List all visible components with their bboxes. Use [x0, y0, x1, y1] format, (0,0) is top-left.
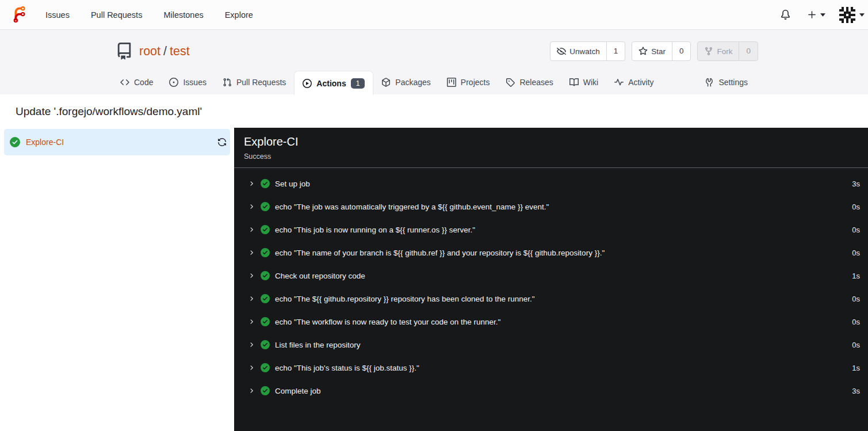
- fork-count: 0: [739, 42, 758, 60]
- top-navbar: Issues Pull Requests Milestones Explore: [0, 0, 868, 30]
- step-row[interactable]: echo "The ${{ github.repository }} repos…: [234, 287, 868, 310]
- check-circle-icon: [261, 248, 270, 257]
- run-area: Explore-CI Explore-CI Success Set up job…: [0, 128, 868, 431]
- step-name: echo "The ${{ github.repository }} repos…: [275, 295, 535, 303]
- run-title: Update '.forgejo/workflows/demo.yaml': [0, 94, 868, 128]
- forgejo-logo[interactable]: [10, 6, 28, 24]
- nav-item-explore[interactable]: Explore: [225, 10, 253, 20]
- nav-item-milestones[interactable]: Milestones: [163, 10, 203, 20]
- nav-item-pull-requests[interactable]: Pull Requests: [91, 10, 142, 20]
- step-name: Complete job: [275, 387, 321, 395]
- play-icon: [303, 79, 312, 88]
- chevron-right-icon: [248, 272, 255, 279]
- step-duration: 0s: [852, 226, 860, 234]
- step-row[interactable]: echo "This job is now running on a ${{ r…: [234, 218, 868, 241]
- step-name: Check out repository code: [275, 272, 365, 280]
- chevron-down-icon: [820, 13, 825, 17]
- notifications-bell-icon[interactable]: [781, 10, 790, 20]
- tab-pull-requests[interactable]: Pull Requests: [215, 70, 294, 94]
- book-icon: [569, 78, 579, 87]
- check-circle-icon: [261, 340, 270, 349]
- check-circle-icon: [261, 294, 270, 303]
- step-row[interactable]: Set up job 3s: [234, 172, 868, 195]
- nav-item-issues[interactable]: Issues: [45, 10, 70, 20]
- package-icon: [381, 78, 391, 87]
- step-name: echo "The job was automatically triggere…: [275, 203, 549, 211]
- chevron-right-icon: [248, 203, 255, 210]
- job-status: Success: [244, 152, 858, 161]
- unwatch-button[interactable]: Unwatch 1: [550, 41, 625, 61]
- pull-request-icon: [223, 78, 232, 87]
- step-name: echo "This job's status is ${{ job.statu…: [275, 364, 419, 372]
- check-circle-icon: [261, 202, 270, 211]
- step-row[interactable]: Complete job 3s: [234, 379, 868, 402]
- tab-code[interactable]: Code: [112, 70, 161, 94]
- job-log-title: Explore-CI: [244, 135, 858, 148]
- repo-owner-link[interactable]: root: [139, 44, 160, 58]
- chevron-right-icon: [248, 341, 255, 348]
- chevron-right-icon: [248, 180, 255, 187]
- check-circle-icon: [10, 137, 20, 147]
- step-name: echo "The workflow is now ready to test …: [275, 318, 500, 326]
- pulse-icon: [614, 78, 624, 87]
- steps-list: Set up job 3s echo "The job was automati…: [234, 168, 868, 402]
- actions-count-badge: 1: [351, 78, 365, 89]
- tab-projects[interactable]: Projects: [439, 70, 498, 94]
- step-row[interactable]: Check out repository code 1s: [234, 264, 868, 287]
- star-count: 0: [672, 42, 691, 60]
- step-duration: 0s: [852, 341, 860, 349]
- check-circle-icon: [261, 179, 270, 188]
- repo-name-link[interactable]: test: [170, 44, 190, 58]
- tab-wiki[interactable]: Wiki: [561, 70, 606, 94]
- job-log-panel: Explore-CI Success Set up job 3s echo "T…: [234, 128, 868, 431]
- user-menu[interactable]: [839, 7, 865, 23]
- tab-releases[interactable]: Releases: [498, 70, 561, 94]
- plus-icon: [808, 10, 816, 19]
- chevron-down-icon: [859, 13, 865, 17]
- chevron-right-icon: [248, 318, 255, 325]
- step-duration: 3s: [852, 180, 860, 188]
- chevron-right-icon: [248, 364, 255, 371]
- tab-issues[interactable]: Issues: [161, 70, 214, 94]
- tab-packages[interactable]: Packages: [373, 70, 438, 94]
- job-name: Explore-CI: [26, 138, 64, 147]
- check-circle-icon: [261, 317, 270, 326]
- step-row[interactable]: echo "The job was automatically triggere…: [234, 195, 868, 218]
- step-row[interactable]: echo "The name of your branch is ${{ git…: [234, 241, 868, 264]
- repo-separator: /: [160, 44, 170, 58]
- step-row[interactable]: echo "This job's status is ${{ job.statu…: [234, 356, 868, 379]
- step-row[interactable]: echo "The workflow is now ready to test …: [234, 310, 868, 333]
- step-duration: 0s: [852, 318, 860, 326]
- step-name: Set up job: [275, 180, 310, 188]
- tools-icon: [705, 78, 714, 87]
- repo-title: root/test: [139, 44, 190, 59]
- step-duration: 0s: [852, 249, 860, 257]
- step-row[interactable]: List files in the repository 0s: [234, 333, 868, 356]
- repo-header: root/test Unwatch 1 Star 0: [0, 30, 868, 94]
- refresh-icon[interactable]: [217, 138, 227, 147]
- jobs-sidebar: Explore-CI: [0, 128, 234, 431]
- step-duration: 0s: [852, 295, 860, 303]
- code-icon: [120, 78, 129, 87]
- step-name: echo "The name of your branch is ${{ git…: [275, 249, 605, 257]
- job-item-explore-ci[interactable]: Explore-CI: [4, 129, 230, 155]
- step-name: echo "This job is now running on a ${{ r…: [275, 226, 475, 234]
- create-new-menu[interactable]: [808, 10, 825, 19]
- tab-activity[interactable]: Activity: [606, 70, 661, 94]
- tab-actions[interactable]: Actions 1: [294, 71, 373, 95]
- step-duration: 1s: [852, 272, 860, 280]
- chevron-right-icon: [248, 387, 255, 394]
- chevron-right-icon: [248, 226, 255, 233]
- issue-icon: [169, 78, 178, 87]
- watch-count: 1: [606, 42, 625, 60]
- eye-slash-icon: [557, 47, 566, 56]
- step-duration: 3s: [852, 387, 860, 395]
- step-name: List files in the repository: [275, 341, 361, 349]
- step-duration: 1s: [852, 364, 860, 372]
- tag-icon: [506, 78, 515, 87]
- tab-settings[interactable]: Settings: [697, 70, 756, 94]
- repo-action-buttons: Unwatch 1 Star 0 Fork 0: [550, 41, 758, 61]
- star-button[interactable]: Star 0: [632, 41, 691, 61]
- navbar-right: [781, 7, 865, 23]
- star-icon: [638, 47, 648, 56]
